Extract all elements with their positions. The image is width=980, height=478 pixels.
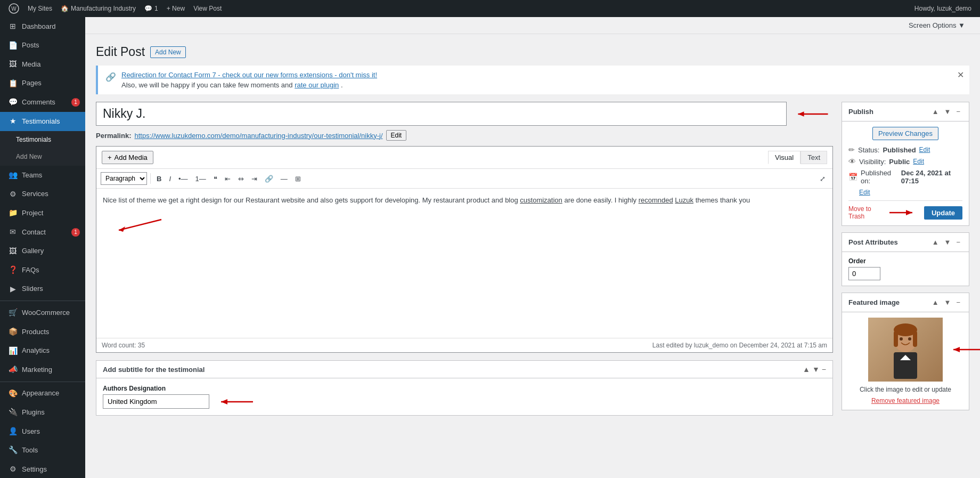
edit-main: Permalink: https://www.luzukdemo.com/dem… <box>96 102 833 417</box>
post-title-input[interactable] <box>96 102 787 126</box>
adminbar-mysites[interactable]: My Sites <box>23 0 56 17</box>
toolbar-table[interactable]: ⊞ <box>292 173 304 184</box>
publish-panel-toggle[interactable]: − <box>954 107 962 117</box>
sidebar-item-plugins[interactable]: 🔌Plugins <box>0 403 85 422</box>
sidebar-item-comments[interactable]: 💬Comments1 <box>0 93 85 112</box>
analytics-icon: 📊 <box>8 346 18 357</box>
toolbar-blockquote[interactable]: ❝ <box>211 173 220 184</box>
woocommerce-icon: 🛒 <box>8 307 18 318</box>
toolbar-align-center[interactable]: ⇔ <box>235 173 247 184</box>
permalink-wrap: Permalink: https://www.luzukdemo.com/dem… <box>96 130 833 141</box>
submenu-add-new[interactable]: Add New <box>0 148 85 166</box>
featured-image-down[interactable]: ▼ <box>942 297 953 307</box>
notice-rate-link[interactable]: rate our plugin <box>295 81 339 89</box>
toolbar-italic[interactable]: I <box>166 173 174 184</box>
toolbar-align-left[interactable]: ⇤ <box>222 173 233 184</box>
sidebar-item-pages[interactable]: 📋Pages <box>0 74 85 93</box>
toolbar-align-right[interactable]: ⇥ <box>249 173 260 184</box>
update-button[interactable]: Update <box>924 206 962 220</box>
adminbar-site[interactable]: 🏠 Manufacturing Industry <box>56 0 140 17</box>
sidebar-item-services[interactable]: ⚙Services <box>0 185 85 204</box>
arrow-annotation-title <box>793 109 833 119</box>
sidebar-item-testimonials[interactable]: ★Testimonials Testimonials Add New <box>0 112 85 166</box>
toolbar-bold[interactable]: B <box>154 173 164 184</box>
sidebar-item-users[interactable]: 👤Users <box>0 422 85 441</box>
dashboard-icon: ⊞ <box>8 21 18 32</box>
publish-panel-up[interactable]: ▲ <box>930 107 941 117</box>
sidebar-label-sliders: Sliders <box>22 284 43 294</box>
status-label: Status: <box>858 146 879 154</box>
subtitle-meta-box: Add subtitle for the testimonial ▲ ▼ − A… <box>96 360 833 416</box>
order-input[interactable] <box>848 267 880 280</box>
sidebar-item-dashboard[interactable]: ⊞Dashboard <box>0 17 85 36</box>
toolbar-ordered-list[interactable]: 1— <box>193 173 209 184</box>
sidebar-item-appearance[interactable]: 🎨Appearance <box>0 384 85 403</box>
sidebar-label-testimonials: Testimonials <box>22 117 60 126</box>
visibility-edit-link[interactable]: Edit <box>913 158 924 165</box>
editor-body[interactable]: Nice list of theme we get a right design… <box>96 189 832 338</box>
add-new-button[interactable]: Add New <box>150 46 186 58</box>
sidebar-item-marketing[interactable]: 📣Marketing <box>0 360 85 379</box>
sidebar-item-tools[interactable]: 🔧Tools <box>0 441 85 460</box>
sidebar-item-sliders[interactable]: ▶Sliders <box>0 280 85 299</box>
sidebar-item-teams[interactable]: 👥Teams <box>0 166 85 185</box>
sidebar-item-products[interactable]: 📦Products <box>0 322 85 342</box>
adminbar-comments[interactable]: 💬 1 <box>140 0 162 17</box>
tab-text[interactable]: Text <box>801 151 827 164</box>
sidebar-item-gallery[interactable]: 🖼Gallery <box>0 242 85 261</box>
sidebar-item-faqs[interactable]: ❓FAQs <box>0 261 85 280</box>
featured-image-toggle[interactable]: − <box>954 297 962 307</box>
adminbar-new[interactable]: + New <box>162 0 189 17</box>
permalink-url[interactable]: https://www.luzukdemo.com/demo/manufactu… <box>134 132 382 140</box>
sidebar-item-posts[interactable]: 📄Posts <box>0 36 85 55</box>
remove-featured-image-link[interactable]: Remove featured image <box>871 397 940 404</box>
publish-panel-down[interactable]: ▼ <box>942 107 953 117</box>
subtitle-field-input[interactable] <box>103 394 209 409</box>
attributes-panel-down[interactable]: ▼ <box>942 237 953 247</box>
permalink-edit-button[interactable]: Edit <box>386 130 407 141</box>
editor-statusbar: Word count: 35 Last edited by luzuk_demo… <box>96 338 832 352</box>
sidebar-label-posts: Posts <box>22 40 39 50</box>
sidebar-item-project[interactable]: 📁Project <box>0 204 85 223</box>
meta-box-toggle[interactable]: − <box>822 365 826 374</box>
attributes-panel-toggle[interactable]: − <box>954 237 962 247</box>
screen-options-label: Screen Options ▼ <box>909 21 965 29</box>
preview-changes-button[interactable]: Preview Changes <box>872 127 938 140</box>
toolbar-link[interactable]: 🔗 <box>262 173 276 184</box>
attributes-panel-up[interactable]: ▲ <box>930 237 941 247</box>
add-media-button[interactable]: + Add Media <box>102 151 153 164</box>
submenu-testimonials[interactable]: Testimonials <box>0 131 85 149</box>
sidebar-item-analytics[interactable]: 📊Analytics <box>0 342 85 361</box>
adminbar-viewpost[interactable]: View Post <box>189 0 226 17</box>
published-edit-link[interactable]: Edit <box>859 189 870 196</box>
sidebar-label-settings: Settings <box>22 465 47 474</box>
svg-line-4 <box>119 220 161 230</box>
toolbar-expand[interactable]: ⤢ <box>817 173 828 184</box>
meta-box-up[interactable]: ▲ <box>803 365 810 374</box>
move-to-trash-link[interactable]: Move to Trash <box>848 205 887 220</box>
featured-image-img[interactable] <box>868 318 943 382</box>
sidebar-item-contact[interactable]: ✉Contact1 <box>0 223 85 242</box>
marketing-icon: 📣 <box>8 364 18 375</box>
toolbar-hr[interactable]: — <box>278 173 290 184</box>
notice-close-button[interactable]: ✕ <box>957 70 964 80</box>
gallery-icon: 🖼 <box>8 246 18 257</box>
featured-image-up[interactable]: ▲ <box>930 297 941 307</box>
sidebar-item-woocommerce[interactable]: 🛒WooCommerce <box>0 303 85 322</box>
tab-visual[interactable]: Visual <box>768 151 801 164</box>
publish-status-row: ✏ Status: Published Edit <box>848 145 962 154</box>
sidebar-item-media[interactable]: 🖼Media <box>0 55 85 74</box>
adminbar-wp[interactable]: W <box>4 0 23 17</box>
notice-banner: 🔗 Redirection for Contact Form 7 - check… <box>96 66 969 94</box>
sidebar-label-products: Products <box>22 327 49 337</box>
main-content: Screen Options ▼ Edit Post Add New 🔗 Red… <box>85 17 980 478</box>
toolbar-unordered-list[interactable]: •— <box>176 173 191 184</box>
last-edited: Last edited by luzuk_demo on December 24… <box>652 342 827 349</box>
notice-link[interactable]: Redirection for Contact Form 7 - check o… <box>121 71 377 79</box>
meta-box-down[interactable]: ▼ <box>812 365 820 374</box>
screen-options-button[interactable]: Screen Options ▼ <box>904 19 969 31</box>
sidebar-label-faqs: FAQs <box>22 265 39 275</box>
paragraph-select[interactable]: Paragraph <box>101 172 147 185</box>
status-edit-link[interactable]: Edit <box>919 146 930 153</box>
sidebar-item-settings[interactable]: ⚙Settings <box>0 460 85 478</box>
